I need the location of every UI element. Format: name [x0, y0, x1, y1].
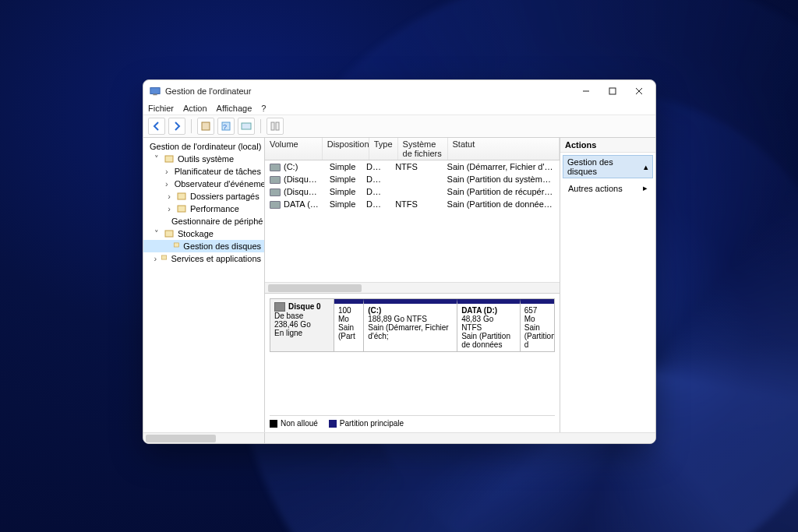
svg-rect-21 — [175, 243, 179, 247]
volume-list-body[interactable]: (C:)SimpleDe baseNTFSSain (Démarrer, Fic… — [265, 160, 560, 282]
svg-rect-20 — [165, 231, 173, 237]
maximize-button[interactable] — [599, 81, 626, 101]
legend: Non alloué Partition principale — [270, 415, 555, 428]
toolbar: ? — [143, 115, 655, 138]
svg-text:?: ? — [223, 123, 227, 131]
disk-info[interactable]: Disque 0 De base 238,46 Go En ligne — [270, 299, 334, 351]
disk-icon — [274, 302, 285, 312]
svg-rect-0 — [150, 88, 160, 94]
tree-node-1[interactable]: ›Planificateur de tâches — [143, 165, 264, 178]
close-button[interactable] — [626, 81, 652, 101]
tree-node-0[interactable]: ˅Outils système — [143, 153, 264, 165]
volume-list[interactable]: VolumeDispositionTypeSystème de fichiers… — [265, 138, 560, 294]
tree-node-icon — [164, 153, 175, 164]
toolbar-button-1[interactable] — [197, 118, 214, 135]
menu-action[interactable]: Action — [183, 104, 207, 113]
svg-rect-3 — [609, 88, 616, 94]
volume-list-header[interactable]: VolumeDispositionTypeSystème de fichiers… — [265, 138, 560, 160]
legend-swatch-primary — [329, 420, 337, 428]
actions-header: Actions — [560, 138, 655, 153]
volume-icon — [270, 188, 281, 196]
partition[interactable]: (C:)188,89 Go NTFSSain (Démarrer, Fichie… — [364, 299, 457, 351]
back-button[interactable] — [148, 118, 165, 135]
svg-rect-10 — [271, 122, 274, 130]
column-header[interactable]: Volume — [265, 138, 323, 160]
tree-node-4[interactable]: ›Performance — [143, 203, 264, 215]
menu-view[interactable]: Affichage — [217, 104, 252, 113]
svg-rect-22 — [162, 255, 167, 259]
app-icon — [150, 86, 161, 97]
actions-item-more[interactable]: Autres actions ▸ — [560, 181, 655, 196]
tree-root[interactable]: Gestion de l'ordinateur (local) — [143, 140, 264, 153]
volume-icon — [270, 164, 281, 171]
menubar: Fichier Action Affichage ? — [143, 102, 655, 115]
svg-rect-17 — [178, 193, 185, 199]
partition[interactable]: DATA (D:)48,83 Go NTFSSain (Partition de… — [457, 299, 521, 351]
svg-rect-1 — [153, 94, 157, 96]
menu-help[interactable]: ? — [261, 104, 266, 113]
disk-row[interactable]: Disque 0 De base 238,46 Go En ligne 100 … — [270, 298, 555, 352]
partition[interactable]: 100 MoSain (Part — [334, 299, 364, 351]
tree-scrollbar[interactable] — [143, 432, 655, 443]
tree-node-icon — [164, 228, 175, 239]
svg-rect-18 — [178, 206, 185, 212]
column-header[interactable]: Type — [369, 138, 398, 160]
tree-node-2[interactable]: ›Observateur d'événeme — [143, 178, 264, 190]
tree-node-icon — [176, 203, 187, 214]
volume-row[interactable]: (Disque 0 partition 1)SimpleDe baseSain … — [265, 173, 560, 185]
partition-strip: 100 MoSain (Part(C:)188,89 Go NTFSSain (… — [334, 299, 554, 351]
center-pane: VolumeDispositionTypeSystème de fichiers… — [265, 138, 560, 432]
column-header[interactable]: Statut — [448, 138, 560, 160]
svg-rect-9 — [242, 123, 251, 129]
disk-graphical-view[interactable]: Disque 0 De base 238,46 Go En ligne 100 … — [265, 294, 560, 432]
tree-node-3[interactable]: ›Dossiers partagés — [143, 190, 264, 203]
volume-row[interactable]: DATA (D:)SimpleDe baseNTFSSain (Partitio… — [265, 198, 560, 210]
toolbar-button-3[interactable] — [238, 118, 255, 135]
chevron-right-icon: ▸ — [643, 183, 648, 193]
tree-node-5[interactable]: Gestionnaire de périphé — [143, 215, 264, 227]
column-header[interactable]: Système de fichiers — [398, 138, 448, 160]
computer-management-window: Gestion de l'ordinateur Fichier Action A… — [143, 79, 656, 444]
volume-row[interactable]: (Disque 0 partition 4)SimpleDe baseSain … — [265, 185, 560, 198]
volume-icon — [270, 201, 281, 209]
tree-node-icon — [173, 241, 180, 252]
actions-pane: Actions Gestion des disques ▴ Autres act… — [560, 138, 655, 432]
horizontal-scrollbar[interactable] — [265, 282, 560, 293]
titlebar[interactable]: Gestion de l'ordinateur — [143, 80, 655, 102]
svg-rect-6 — [202, 122, 210, 130]
toolbar-button-2[interactable]: ? — [217, 118, 235, 135]
actions-group[interactable]: Gestion des disques ▴ — [563, 155, 653, 178]
tree-node-icon — [176, 191, 187, 202]
collapse-icon: ▴ — [644, 162, 648, 172]
partition[interactable]: 657 MoSain (Partition d — [521, 299, 554, 351]
tree-node-6[interactable]: ˅Stockage — [143, 227, 264, 240]
column-header[interactable]: Disposition — [323, 138, 369, 160]
navigation-tree[interactable]: Gestion de l'ordinateur (local) ˅Outils … — [143, 138, 265, 432]
tree-node-7[interactable]: Gestion des disques — [143, 240, 264, 252]
legend-swatch-unallocated — [270, 420, 277, 428]
menu-file[interactable]: Fichier — [148, 104, 174, 113]
minimize-button[interactable] — [573, 81, 599, 101]
svg-rect-14 — [165, 156, 173, 162]
volume-icon — [270, 176, 281, 184]
tree-node-icon — [161, 253, 168, 264]
tree-node-8[interactable]: ›Services et applications — [143, 252, 264, 265]
volume-row[interactable]: (C:)SimpleDe baseNTFSSain (Démarrer, Fic… — [265, 160, 560, 173]
window-title: Gestion de l'ordinateur — [165, 86, 573, 96]
toolbar-button-4[interactable] — [267, 118, 284, 135]
svg-rect-11 — [276, 122, 279, 130]
forward-button[interactable] — [168, 118, 185, 135]
